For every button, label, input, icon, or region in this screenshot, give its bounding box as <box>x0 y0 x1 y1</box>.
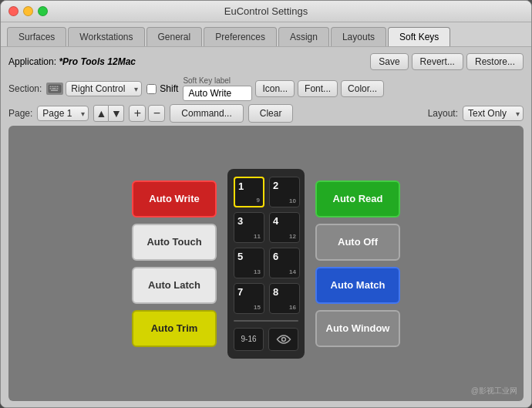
page-up-button[interactable]: ▲ <box>93 105 109 122</box>
auto-latch-button[interactable]: Auto Latch <box>132 267 217 304</box>
page-label-button[interactable]: 9-16 <box>234 328 264 351</box>
tab-assign[interactable]: Assign <box>278 27 329 46</box>
num-btn-5[interactable]: 5 13 <box>234 248 264 278</box>
num-grid-top: 1 9 2 10 3 11 4 12 <box>234 177 298 314</box>
page-select[interactable]: Page 1 <box>37 106 89 121</box>
svg-rect-7 <box>57 88 59 89</box>
left-soft-keys: Auto Write Auto Touch Auto Latch Auto Tr… <box>132 180 217 347</box>
tab-layouts[interactable]: Layouts <box>331 27 386 46</box>
content-area: Application: *Pro Tools 12Mac Save Rever… <box>1 47 531 407</box>
page-row: Page: Page 1 ▲ ▼ + − Command... Clear La… <box>8 104 524 123</box>
svg-rect-3 <box>55 86 56 88</box>
tab-workstations[interactable]: Workstations <box>68 27 144 46</box>
num-btn-8[interactable]: 8 16 <box>269 283 300 314</box>
add-remove-buttons: + − <box>129 105 165 122</box>
clear-button[interactable]: Clear <box>248 104 294 123</box>
app-label-text: Application: <box>8 56 56 67</box>
save-button[interactable]: Save <box>370 53 408 70</box>
color-button[interactable]: Color... <box>341 80 384 97</box>
auto-touch-button[interactable]: Auto Touch <box>132 224 217 261</box>
icon-button[interactable]: Icon... <box>255 80 295 97</box>
shift-checkbox-wrap: Shift <box>146 83 178 94</box>
revert-button[interactable]: Revert... <box>412 53 463 70</box>
restore-button[interactable]: Restore... <box>466 53 524 70</box>
tabs-bar: Surfaces Workstations General Preference… <box>1 22 531 47</box>
right-soft-keys: Auto Read Auto Off Auto Match Auto Windo… <box>315 180 400 347</box>
command-button[interactable]: Command... <box>170 104 243 123</box>
page-select-container: Page 1 <box>37 106 89 121</box>
eye-button[interactable] <box>268 328 298 351</box>
num-main-4: 4 <box>273 215 278 227</box>
svg-rect-1 <box>50 86 52 88</box>
app-name-text: *Pro Tools 12Mac <box>59 56 136 67</box>
page-down-button[interactable]: ▼ <box>109 105 124 122</box>
soft-key-label-container: Soft Key label <box>183 76 252 101</box>
num-sub-4: 12 <box>289 233 296 240</box>
soft-key-label-group: Soft Key label Icon... Font... Color... <box>183 76 524 101</box>
num-main-3: 3 <box>237 215 243 227</box>
num-sub-1: 9 <box>257 197 260 204</box>
section-label: Section: <box>8 83 42 94</box>
num-btn-4[interactable]: 4 12 <box>269 212 300 243</box>
center-panel: 1 9 2 10 3 11 4 12 <box>227 169 305 359</box>
svg-rect-4 <box>57 86 59 88</box>
keyboard-icon <box>46 83 63 95</box>
layout-select[interactable]: Text Only <box>463 106 524 121</box>
close-button[interactable] <box>8 6 19 16</box>
num-sub-7: 15 <box>254 304 261 311</box>
soft-keys-area: Auto Write Auto Touch Auto Latch Auto Tr… <box>132 169 400 359</box>
section-select[interactable]: Right Control <box>66 81 142 96</box>
soft-key-sublabel: Soft Key label <box>183 76 231 85</box>
num-btn-2[interactable]: 2 10 <box>269 177 300 207</box>
tab-general[interactable]: General <box>146 27 203 46</box>
font-button[interactable]: Font... <box>298 80 338 97</box>
num-main-8: 8 <box>273 286 278 298</box>
svg-rect-6 <box>52 88 56 89</box>
num-btn-1[interactable]: 1 9 <box>234 177 264 207</box>
main-window: EuControl Settings Surfaces Workstations… <box>0 0 532 408</box>
num-btn-6[interactable]: 6 14 <box>269 248 300 278</box>
svg-rect-8 <box>51 90 58 92</box>
app-row: Application: *Pro Tools 12Mac Save Rever… <box>8 53 524 70</box>
maximize-button[interactable] <box>38 6 48 16</box>
svg-point-9 <box>281 337 285 341</box>
num-sub-3: 11 <box>254 233 261 240</box>
shift-checkbox[interactable] <box>146 84 157 94</box>
svg-rect-5 <box>50 88 52 89</box>
auto-trim-button[interactable]: Auto Trim <box>132 310 217 347</box>
remove-page-button[interactable]: − <box>148 105 165 122</box>
num-main-1: 1 <box>238 180 244 192</box>
num-sub-6: 14 <box>289 268 296 275</box>
watermark: @影视工业网 <box>471 386 517 396</box>
num-sub-5: 13 <box>254 268 261 275</box>
tab-soft-keys[interactable]: Soft Keys <box>388 27 450 46</box>
traffic-lights <box>8 6 48 16</box>
num-btn-7[interactable]: 7 15 <box>234 283 264 314</box>
main-panel: Auto Write Auto Touch Auto Latch Auto Tr… <box>8 126 524 401</box>
shift-label: Shift <box>160 83 178 94</box>
section-select-container: Right Control <box>66 81 142 96</box>
auto-window-button[interactable]: Auto Window <box>315 310 400 347</box>
auto-write-button[interactable]: Auto Write <box>132 180 217 217</box>
num-main-2: 2 <box>273 180 278 191</box>
add-page-button[interactable]: + <box>129 105 146 122</box>
bottom-row-buttons: 9-16 <box>234 328 298 351</box>
auto-off-button[interactable]: Auto Off <box>315 224 400 261</box>
num-btn-3[interactable]: 3 11 <box>234 212 264 243</box>
num-sub-2: 10 <box>289 197 296 204</box>
num-sub-8: 16 <box>289 304 296 311</box>
section-select-wrap: Right Control <box>46 81 142 96</box>
tab-preferences[interactable]: Preferences <box>204 27 277 46</box>
minimize-button[interactable] <box>23 6 33 16</box>
top-buttons: Save Revert... Restore... <box>370 53 524 70</box>
panel-divider <box>234 320 298 322</box>
auto-match-button[interactable]: Auto Match <box>315 267 400 304</box>
soft-key-input[interactable] <box>183 86 252 101</box>
layout-select-container: Text Only <box>463 106 524 121</box>
num-main-6: 6 <box>273 251 278 262</box>
tab-surfaces[interactable]: Surfaces <box>7 27 66 46</box>
layout-label: Layout: <box>428 108 458 119</box>
window-title: EuControl Settings <box>224 5 308 17</box>
auto-read-button[interactable]: Auto Read <box>315 180 400 217</box>
num-main-7: 7 <box>237 286 243 298</box>
